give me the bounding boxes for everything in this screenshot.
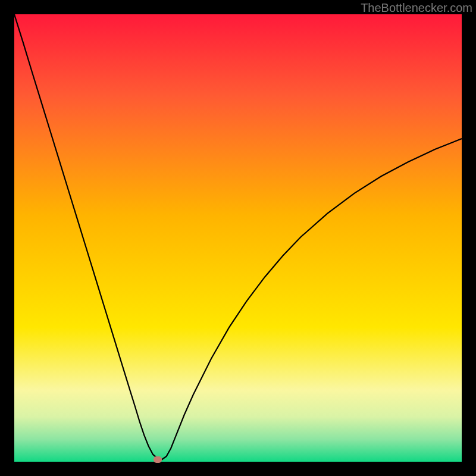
curve-minimum-marker <box>154 456 162 463</box>
chart-frame <box>14 14 462 462</box>
gradient-background <box>14 14 462 462</box>
watermark-text: TheBottlenecker.com <box>361 1 472 15</box>
chart-plot <box>14 14 462 462</box>
